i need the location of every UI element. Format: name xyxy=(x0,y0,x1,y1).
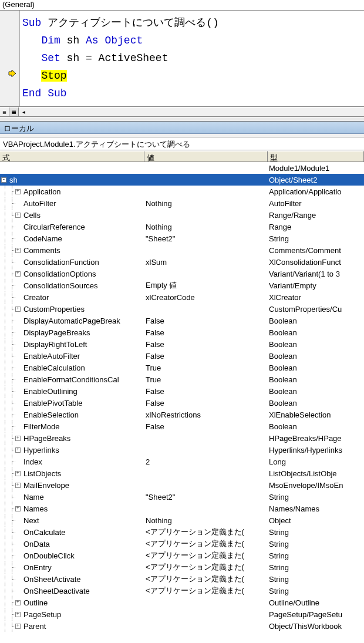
tree-lines xyxy=(1,620,15,632)
table-row[interactable]: CodeName"Sheet2"String xyxy=(0,233,364,244)
cell-type: PageSetup/PageSetu xyxy=(268,610,364,620)
expand-icon[interactable]: + xyxy=(15,600,21,605)
table-row[interactable]: EnableSelectionxlNoRestrictionsXlEnableS… xyxy=(0,409,364,420)
table-row[interactable]: +ParentObject/ThisWorkbook xyxy=(0,620,364,632)
table-row[interactable]: EnableFormatConditionsCalTrueBoolean xyxy=(0,373,364,385)
property-name: OnSheetDeactivate xyxy=(23,587,90,595)
table-row[interactable]: Name"Sheet2"String xyxy=(0,491,364,503)
code-text[interactable]: Sub アクティブシートについて調べる() Dim sh As Object S… xyxy=(20,11,364,106)
keyword-sub: Sub xyxy=(22,17,41,29)
cell-expression: Index xyxy=(0,455,144,468)
full-module-view-button[interactable]: ≡ xyxy=(0,107,9,116)
table-row[interactable]: AutoFilterNothingAutoFilter xyxy=(0,197,364,209)
object-dropdown[interactable]: (General) xyxy=(1,0,36,10)
cell-expression: +Comments xyxy=(0,244,144,257)
table-row[interactable]: OnData<アプリケーション定義また(String xyxy=(0,538,364,550)
procedure-view-button[interactable]: ≣ xyxy=(9,107,19,116)
table-row[interactable]: NextNothingObject xyxy=(0,514,364,526)
table-row[interactable]: EnableOutliningFalseBoolean xyxy=(0,385,364,397)
tree-lines xyxy=(1,244,15,256)
keyword-as-object: As Object xyxy=(86,35,143,46)
table-row[interactable]: +CellsRange/Range xyxy=(0,209,364,221)
code-editor[interactable]: Sub アクティブシートについて調べる() Dim sh As Object S… xyxy=(0,11,364,107)
cell-expression: CodeName xyxy=(0,232,144,245)
table-row[interactable]: +OutlineOutline/Outline xyxy=(0,597,364,608)
cell-value: False xyxy=(144,351,268,361)
table-row[interactable]: +ConsolidationOptionsVariant/Variant(1 t… xyxy=(0,268,364,280)
cell-type: Application/Applicatio xyxy=(268,187,364,197)
table-row[interactable]: Module1/Module1 xyxy=(0,162,364,174)
cell-type: Boolean xyxy=(268,328,364,338)
expand-icon[interactable]: + xyxy=(15,189,21,194)
table-row[interactable]: ConsolidationSourcesEmpty 値Variant/Empty xyxy=(0,280,364,291)
table-row[interactable]: DisplayRightToLeftFalseBoolean xyxy=(0,338,364,350)
table-row[interactable]: EnableAutoFilterFalseBoolean xyxy=(0,350,364,362)
cell-type: Boolean xyxy=(268,339,364,349)
table-row[interactable]: CreatorxlCreatorCodeXlCreator xyxy=(0,291,364,303)
table-row[interactable]: +CommentsComments/Comment xyxy=(0,244,364,256)
cell-type: Object/ThisWorkbook xyxy=(268,621,364,631)
cell-type: Outline/Outline xyxy=(268,598,364,608)
expand-icon[interactable]: + xyxy=(15,483,21,488)
splitter[interactable] xyxy=(0,117,364,122)
table-row[interactable]: +ListObjectsListObjects/ListObje xyxy=(0,467,364,479)
cell-type: String xyxy=(268,551,364,561)
keyword-set: Set xyxy=(41,52,60,64)
cell-value xyxy=(144,250,268,251)
expand-icon[interactable]: + xyxy=(15,271,21,277)
table-row[interactable]: ConsolidationFunctionxlSumXlConsolidatio… xyxy=(0,256,364,268)
table-row[interactable]: Index2Long xyxy=(0,456,364,467)
header-value[interactable]: 値 xyxy=(144,151,268,162)
table-row[interactable]: OnSheetActivate<アプリケーション定義また(String xyxy=(0,573,364,585)
table-row[interactable]: +CustomPropertiesCustomProperties/Cu xyxy=(0,303,364,315)
expand-icon[interactable]: + xyxy=(15,307,21,312)
table-row[interactable]: DisplayAutomaticPageBreakFalseBoolean xyxy=(0,315,364,326)
locals-table-body[interactable]: Module1/Module1 - sh Object/Sheet2 +Appl… xyxy=(0,162,364,632)
table-row[interactable]: OnEntry<アプリケーション定義また(String xyxy=(0,561,364,573)
tree-lines xyxy=(1,585,15,597)
table-row[interactable]: +NamesNames/Names xyxy=(0,503,364,514)
table-row[interactable]: CircularReferenceNothingRange xyxy=(0,221,364,233)
property-name: EnableSelection xyxy=(23,410,79,419)
table-row[interactable]: EnablePivotTableFalseBoolean xyxy=(0,397,364,409)
expand-icon[interactable]: + xyxy=(15,624,21,629)
table-row-selected[interactable]: - sh Object/Sheet2 xyxy=(0,174,364,186)
table-row[interactable]: +ApplicationApplication/Applicatio xyxy=(0,186,364,197)
cell-type: HPageBreaks/HPage xyxy=(268,433,364,443)
header-type[interactable]: 型 xyxy=(268,151,364,162)
table-row[interactable]: +MailEnvelopeMsoEnvelope/IMsoEn xyxy=(0,479,364,491)
table-row[interactable]: OnDoubleClick<アプリケーション定義また(String xyxy=(0,550,364,561)
cell-type: XlCreator xyxy=(268,292,364,302)
tree-lines xyxy=(1,409,15,420)
cell-type: Module1/Module1 xyxy=(268,163,364,173)
cell-type: MsoEnvelope/IMsoEn xyxy=(268,480,364,490)
expand-icon[interactable]: + xyxy=(15,447,21,453)
collapse-icon[interactable]: - xyxy=(1,177,6,183)
scroll-left-arrow[interactable]: ◂ xyxy=(19,107,28,116)
table-row[interactable]: +PageSetupPageSetup/PageSetu xyxy=(0,608,364,620)
table-row[interactable]: +HPageBreaksHPageBreaks/HPage xyxy=(0,432,364,444)
cell-expression: AutoFilter xyxy=(0,197,144,210)
table-row[interactable]: OnCalculate<アプリケーション定義また(String xyxy=(0,526,364,538)
cell-expression: +HPageBreaks xyxy=(0,432,144,445)
expand-icon[interactable]: + xyxy=(15,436,21,441)
table-row[interactable]: OnSheetDeactivate<アプリケーション定義また(String xyxy=(0,585,364,597)
cell-expression: DisplayRightToLeft xyxy=(0,338,144,351)
table-row[interactable]: EnableCalculationTrueBoolean xyxy=(0,362,364,373)
property-name: OnData xyxy=(23,540,50,548)
tree-lines xyxy=(1,385,15,397)
header-expression[interactable]: 式 xyxy=(0,151,144,162)
expand-icon[interactable]: + xyxy=(15,471,21,476)
cell-value xyxy=(144,449,268,450)
expand-icon[interactable]: + xyxy=(15,248,21,253)
current-line-arrow xyxy=(8,70,18,78)
expand-icon[interactable]: + xyxy=(15,213,21,218)
property-name: Next xyxy=(23,516,39,525)
table-row[interactable]: DisplayPageBreaksFalseBoolean xyxy=(0,326,364,338)
expand-icon[interactable]: + xyxy=(15,506,21,511)
dim-variable: sh xyxy=(60,35,86,46)
tree-lines xyxy=(1,420,15,432)
table-row[interactable]: FilterModeFalseBoolean xyxy=(0,420,364,432)
expand-icon[interactable]: + xyxy=(15,612,21,617)
table-row[interactable]: +HyperlinksHyperlinks/Hyperlinks xyxy=(0,444,364,456)
